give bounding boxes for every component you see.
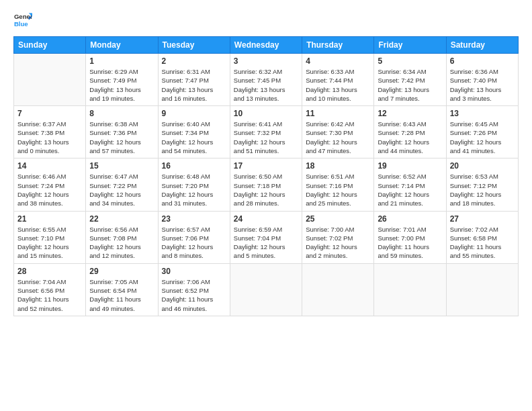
day-number: 5: [378, 56, 442, 66]
calendar-cell: 18Sunrise: 6:51 AM Sunset: 7:16 PM Dayli…: [302, 158, 374, 211]
col-header-thursday: Thursday: [302, 37, 374, 54]
day-number: 11: [306, 109, 370, 118]
day-number: 8: [89, 109, 154, 118]
calendar-cell: 17Sunrise: 6:50 AM Sunset: 7:18 PM Dayli…: [230, 158, 302, 211]
calendar-table: SundayMondayTuesdayWednesdayThursdayFrid…: [13, 36, 519, 316]
col-header-tuesday: Tuesday: [158, 37, 230, 54]
day-info: Sunrise: 6:37 AM Sunset: 7:38 PM Dayligh…: [17, 120, 82, 155]
calendar-cell: 28Sunrise: 7:04 AM Sunset: 6:56 PM Dayli…: [14, 263, 86, 316]
day-number: 24: [234, 214, 298, 224]
page: General Blue SundayMondayTuesdayWednesda…: [0, 0, 532, 411]
calendar-cell: 22Sunrise: 6:56 AM Sunset: 7:08 PM Dayli…: [86, 211, 158, 263]
header: General Blue: [13, 11, 519, 30]
calendar-cell: 7Sunrise: 6:37 AM Sunset: 7:38 PM Daylig…: [14, 106, 86, 158]
day-info: Sunrise: 6:55 AM Sunset: 7:10 PM Dayligh…: [17, 225, 82, 261]
logo: General Blue: [13, 11, 32, 30]
day-info: Sunrise: 6:48 AM Sunset: 7:20 PM Dayligh…: [162, 172, 226, 208]
day-number: 17: [234, 161, 298, 171]
calendar-cell: 10Sunrise: 6:41 AM Sunset: 7:32 PM Dayli…: [230, 106, 302, 158]
week-row-3: 14Sunrise: 6:46 AM Sunset: 7:24 PM Dayli…: [14, 158, 519, 211]
svg-text:Blue: Blue: [14, 20, 28, 28]
calendar-cell: [374, 263, 446, 316]
calendar-cell: 13Sunrise: 6:45 AM Sunset: 7:26 PM Dayli…: [446, 106, 518, 158]
calendar-cell: 3Sunrise: 6:32 AM Sunset: 7:45 PM Daylig…: [230, 54, 302, 106]
day-number: 30: [162, 267, 226, 276]
col-header-wednesday: Wednesday: [230, 37, 302, 54]
day-info: Sunrise: 7:00 AM Sunset: 7:02 PM Dayligh…: [306, 225, 370, 261]
calendar-cell: 14Sunrise: 6:46 AM Sunset: 7:24 PM Dayli…: [14, 158, 86, 211]
week-row-2: 7Sunrise: 6:37 AM Sunset: 7:38 PM Daylig…: [14, 106, 519, 158]
day-number: 25: [306, 214, 370, 224]
calendar-cell: 6Sunrise: 6:36 AM Sunset: 7:40 PM Daylig…: [446, 54, 518, 106]
day-number: 4: [306, 56, 370, 66]
day-info: Sunrise: 7:02 AM Sunset: 6:58 PM Dayligh…: [450, 225, 515, 261]
day-number: 16: [162, 161, 226, 171]
calendar-cell: 19Sunrise: 6:52 AM Sunset: 7:14 PM Dayli…: [374, 158, 446, 211]
calendar-cell: 15Sunrise: 6:47 AM Sunset: 7:22 PM Dayli…: [86, 158, 158, 211]
day-info: Sunrise: 6:53 AM Sunset: 7:12 PM Dayligh…: [450, 172, 515, 208]
calendar-cell: 21Sunrise: 6:55 AM Sunset: 7:10 PM Dayli…: [14, 211, 86, 263]
day-number: 18: [306, 161, 370, 171]
calendar-cell: 12Sunrise: 6:43 AM Sunset: 7:28 PM Dayli…: [374, 106, 446, 158]
day-info: Sunrise: 7:04 AM Sunset: 6:56 PM Dayligh…: [17, 277, 82, 313]
calendar-cell: 24Sunrise: 6:59 AM Sunset: 7:04 PM Dayli…: [230, 211, 302, 263]
day-info: Sunrise: 6:45 AM Sunset: 7:26 PM Dayligh…: [450, 120, 515, 155]
day-number: 15: [89, 161, 154, 171]
day-number: 6: [450, 56, 515, 66]
logo-icon: General Blue: [13, 11, 32, 30]
day-info: Sunrise: 6:59 AM Sunset: 7:04 PM Dayligh…: [234, 225, 298, 261]
day-info: Sunrise: 6:42 AM Sunset: 7:30 PM Dayligh…: [306, 120, 370, 155]
day-info: Sunrise: 6:43 AM Sunset: 7:28 PM Dayligh…: [378, 120, 442, 155]
calendar-cell: [302, 263, 374, 316]
day-info: Sunrise: 6:52 AM Sunset: 7:14 PM Dayligh…: [378, 172, 442, 208]
calendar-cell: 23Sunrise: 6:57 AM Sunset: 7:06 PM Dayli…: [158, 211, 230, 263]
calendar-cell: 25Sunrise: 7:00 AM Sunset: 7:02 PM Dayli…: [302, 211, 374, 263]
day-info: Sunrise: 6:33 AM Sunset: 7:44 PM Dayligh…: [306, 67, 370, 103]
calendar-header-row: SundayMondayTuesdayWednesdayThursdayFrid…: [14, 37, 519, 54]
day-number: 20: [450, 161, 515, 171]
calendar-cell: 26Sunrise: 7:01 AM Sunset: 7:00 PM Dayli…: [374, 211, 446, 263]
calendar-cell: [14, 54, 86, 106]
calendar-cell: 5Sunrise: 6:34 AM Sunset: 7:42 PM Daylig…: [374, 54, 446, 106]
day-info: Sunrise: 6:38 AM Sunset: 7:36 PM Dayligh…: [89, 120, 154, 155]
col-header-sunday: Sunday: [14, 37, 86, 54]
calendar-cell: 4Sunrise: 6:33 AM Sunset: 7:44 PM Daylig…: [302, 54, 374, 106]
day-info: Sunrise: 7:05 AM Sunset: 6:54 PM Dayligh…: [89, 277, 154, 313]
calendar-cell: 2Sunrise: 6:31 AM Sunset: 7:47 PM Daylig…: [158, 54, 230, 106]
day-info: Sunrise: 6:47 AM Sunset: 7:22 PM Dayligh…: [89, 172, 154, 208]
week-row-4: 21Sunrise: 6:55 AM Sunset: 7:10 PM Dayli…: [14, 211, 519, 263]
day-info: Sunrise: 7:01 AM Sunset: 7:00 PM Dayligh…: [378, 225, 442, 261]
day-number: 13: [450, 109, 515, 118]
col-header-monday: Monday: [86, 37, 158, 54]
day-number: 28: [17, 267, 82, 276]
day-number: 1: [89, 56, 154, 66]
day-number: 27: [450, 214, 515, 224]
day-info: Sunrise: 6:46 AM Sunset: 7:24 PM Dayligh…: [17, 172, 82, 208]
calendar-cell: 9Sunrise: 6:40 AM Sunset: 7:34 PM Daylig…: [158, 106, 230, 158]
day-info: Sunrise: 6:57 AM Sunset: 7:06 PM Dayligh…: [162, 225, 226, 261]
day-number: 21: [17, 214, 82, 224]
day-number: 10: [234, 109, 298, 118]
day-info: Sunrise: 6:56 AM Sunset: 7:08 PM Dayligh…: [89, 225, 154, 261]
day-info: Sunrise: 6:36 AM Sunset: 7:40 PM Dayligh…: [450, 67, 515, 103]
calendar-cell: 27Sunrise: 7:02 AM Sunset: 6:58 PM Dayli…: [446, 211, 518, 263]
day-info: Sunrise: 7:06 AM Sunset: 6:52 PM Dayligh…: [162, 277, 226, 313]
day-info: Sunrise: 6:34 AM Sunset: 7:42 PM Dayligh…: [378, 67, 442, 103]
calendar-cell: 30Sunrise: 7:06 AM Sunset: 6:52 PM Dayli…: [158, 263, 230, 316]
col-header-friday: Friday: [374, 37, 446, 54]
day-number: 7: [17, 109, 82, 118]
calendar-cell: 16Sunrise: 6:48 AM Sunset: 7:20 PM Dayli…: [158, 158, 230, 211]
day-number: 29: [89, 267, 154, 276]
calendar-cell: [446, 263, 518, 316]
col-header-saturday: Saturday: [446, 37, 518, 54]
day-number: 12: [378, 109, 442, 118]
day-number: 23: [162, 214, 226, 224]
week-row-5: 28Sunrise: 7:04 AM Sunset: 6:56 PM Dayli…: [14, 263, 519, 316]
day-info: Sunrise: 6:40 AM Sunset: 7:34 PM Dayligh…: [162, 120, 226, 155]
day-number: 22: [89, 214, 154, 224]
day-number: 3: [234, 56, 298, 66]
calendar-cell: 29Sunrise: 7:05 AM Sunset: 6:54 PM Dayli…: [86, 263, 158, 316]
calendar-cell: 11Sunrise: 6:42 AM Sunset: 7:30 PM Dayli…: [302, 106, 374, 158]
day-number: 9: [162, 109, 226, 118]
week-row-1: 1Sunrise: 6:29 AM Sunset: 7:49 PM Daylig…: [14, 54, 519, 106]
